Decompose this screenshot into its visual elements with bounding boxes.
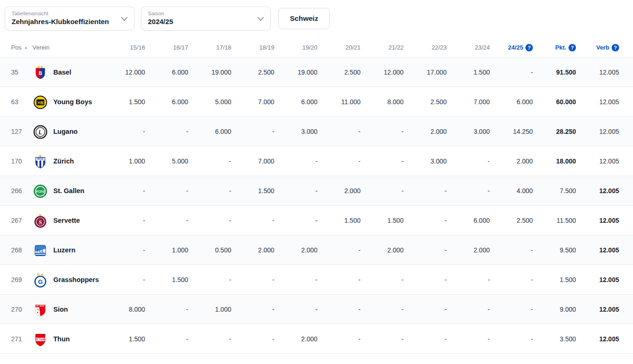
season-value-cell: - <box>403 187 447 195</box>
basel-crest-icon: ★★B <box>32 64 48 80</box>
season-value-cell: 5.000 <box>188 98 231 106</box>
season-value-cell: - <box>490 276 533 283</box>
points-cell: 28.250 <box>533 128 576 135</box>
club-cell[interactable]: ★SServette <box>32 213 102 228</box>
pos-cell: 35 <box>11 69 32 76</box>
column-header-season[interactable]: 20/21 <box>318 44 361 51</box>
table-row[interactable]: 63YBYoung Boys1.5006.0005.0007.0006.0001… <box>0 87 633 117</box>
season-value-cell: 1.500 <box>318 217 361 224</box>
table-row[interactable]: 127LLugano--6.000-3.000--2.0003.00014.25… <box>0 117 633 146</box>
pos-cell: 271 <box>11 335 32 343</box>
chevron-down-icon <box>121 14 128 21</box>
season-select[interactable]: Saison 2024/25 <box>141 6 271 31</box>
season-value-cell: 17.000 <box>403 69 447 76</box>
season-value-cell: 19.000 <box>275 69 318 76</box>
season-value-cell: 19.000 <box>188 69 231 76</box>
info-icon[interactable]: ? <box>612 44 619 51</box>
table-row[interactable]: 271FC THUNThun1.500---2.000-----3.50012.… <box>0 324 633 354</box>
season-value-cell: 1.000 <box>102 157 145 165</box>
column-header-season[interactable]: 18/19 <box>231 44 275 51</box>
season-value-cell: 3.000 <box>403 157 447 165</box>
points-cell: 7.500 <box>533 187 576 195</box>
table-row[interactable]: 269★★GGrasshoppers-1.500--------1.50012.… <box>0 265 633 295</box>
season-value-cell: - <box>360 187 403 195</box>
table-view-select[interactable]: Tabellenansicht Zehnjahres-Klubkoeffizie… <box>5 6 134 31</box>
club-cell[interactable]: ★FCZZürich <box>32 153 102 169</box>
column-header-pos[interactable]: Pos▲ <box>11 44 32 51</box>
season-value-cell: - <box>447 157 490 165</box>
club-cell[interactable]: LLugano <box>32 124 102 139</box>
points-cell: 18.000 <box>533 157 576 165</box>
season-value-cell: 12.000 <box>102 69 145 76</box>
season-value-cell: - <box>275 157 318 165</box>
season-value-cell: 1.500 <box>102 98 145 106</box>
points-cell: 60.000 <box>533 98 576 106</box>
column-header-season[interactable]: 22/23 <box>403 44 447 51</box>
season-value-cell: 12.000 <box>360 69 403 76</box>
season-value-cell: 2.000 <box>360 246 403 254</box>
column-header-season[interactable]: 16/17 <box>145 44 188 51</box>
season-value-cell: - <box>318 276 361 283</box>
season-value-cell: 2.000 <box>490 157 533 165</box>
column-header-season-label: 24/25 <box>508 44 524 51</box>
column-header-season-label: 19/20 <box>302 44 318 51</box>
info-icon[interactable]: ? <box>525 44 533 51</box>
club-cell[interactable]: FCLLuzern <box>32 242 102 258</box>
column-header-season[interactable]: 19/20 <box>275 44 318 51</box>
season-value-cell: - <box>360 128 403 135</box>
table-row[interactable]: 270★★FC SIONSion8.000-1.000-------9.0001… <box>0 295 633 324</box>
table-row[interactable]: 267★SServette-----1.5001.500-6.0002.5001… <box>0 206 633 235</box>
column-header-season[interactable]: 15/16 <box>102 44 145 51</box>
column-header-points[interactable]: Pkt.? <box>533 44 576 51</box>
season-value-cell: - <box>188 335 231 343</box>
season-value-cell: 0.500 <box>188 246 231 254</box>
zuerich-crest-icon: ★FCZ <box>32 153 48 169</box>
season-value-cell: 2.000 <box>318 187 361 195</box>
st-gallen-crest-icon: FCSG <box>32 183 48 199</box>
table-row[interactable]: 268FCLLuzern-1.0000.5002.0002.000-2.000-… <box>0 235 633 265</box>
column-header-season[interactable]: 17/18 <box>188 44 231 51</box>
column-header-association[interactable]: Verb? <box>576 44 619 51</box>
club-cell[interactable]: FCSGSt. Gallen <box>32 183 102 199</box>
country-filter-button[interactable]: Schweiz <box>278 8 330 29</box>
lugano-crest-icon: L <box>32 124 48 139</box>
season-value-cell: - <box>188 276 231 283</box>
table-row[interactable]: 170★FCZZürich1.0005.000-7.000---3.000-2.… <box>0 146 633 176</box>
season-value-cell: 7.000 <box>447 98 490 106</box>
club-cell[interactable]: YBYoung Boys <box>32 94 102 110</box>
club-cell[interactable]: ★★BBasel <box>32 64 102 80</box>
association-cell: 12.005 <box>576 98 619 106</box>
association-cell: 12.005 <box>576 306 619 313</box>
club-cell[interactable]: FC THUNThun <box>32 331 102 347</box>
association-cell: 12.005 <box>576 69 619 76</box>
season-value-cell: - <box>447 187 490 195</box>
column-header-season-label: 20/21 <box>345 44 361 51</box>
column-header-verein[interactable]: Verein <box>32 44 102 51</box>
table-row[interactable]: 35★★BBasel12.0006.00019.0002.50019.0002.… <box>0 57 633 87</box>
pos-cell: 170 <box>11 157 32 165</box>
club-name: Thun <box>53 335 70 343</box>
club-name: Zürich <box>53 157 74 165</box>
season-value-cell: 6.000 <box>145 69 188 76</box>
association-cell: 12.005 <box>576 335 619 343</box>
season-value-cell: - <box>360 157 403 165</box>
table-row[interactable]: 266FCSGSt. Gallen---1.500-2.000---4.0007… <box>0 176 633 206</box>
association-cell: 12.005 <box>576 276 619 283</box>
column-header-season[interactable]: 23/24 <box>447 44 490 51</box>
points-cell: 1.500 <box>533 276 576 283</box>
column-header-season[interactable]: 24/25? <box>490 44 533 51</box>
club-cell[interactable]: ★★GGrasshoppers <box>32 272 102 288</box>
column-header-season-label: 16/17 <box>173 44 188 51</box>
season-value-cell: - <box>231 335 275 343</box>
info-icon[interactable]: ? <box>569 44 576 51</box>
season-value-cell: - <box>403 335 447 343</box>
season-value-cell: - <box>403 217 447 224</box>
club-cell[interactable]: ★★FC SIONSion <box>32 301 102 317</box>
season-value-cell: 2.500 <box>231 69 275 76</box>
club-name: Grasshoppers <box>53 276 99 283</box>
svg-text:FC THUN: FC THUN <box>36 338 45 340</box>
points-cell: 91.500 <box>533 69 576 76</box>
svg-text:★: ★ <box>41 273 44 276</box>
season-value-cell: 2.500 <box>403 98 447 106</box>
column-header-season[interactable]: 21/22 <box>360 44 403 51</box>
